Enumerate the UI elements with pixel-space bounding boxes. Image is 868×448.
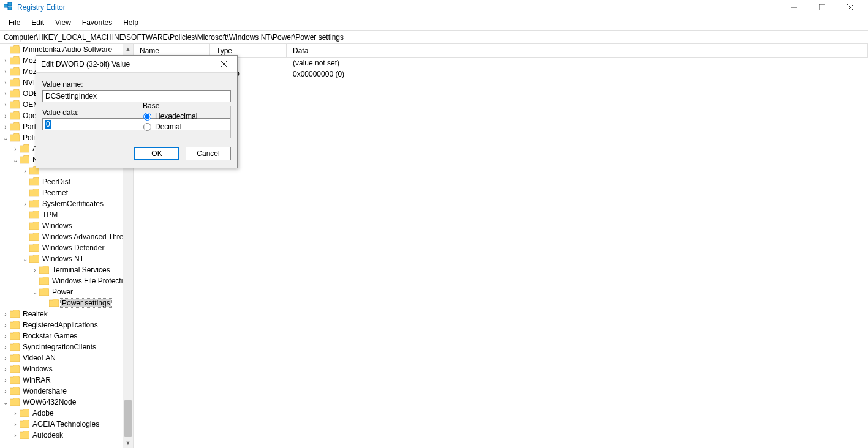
tree-item[interactable]: Minnetonka Audio Software xyxy=(0,44,133,55)
chevron-right-icon[interactable]: › xyxy=(1,69,10,75)
chevron-down-icon[interactable]: ⌄ xyxy=(21,256,29,263)
chevron-right-icon[interactable]: › xyxy=(1,355,10,362)
menu-help[interactable]: Help xyxy=(118,17,143,28)
chevron-right-icon[interactable]: › xyxy=(1,377,10,384)
folder-icon xyxy=(10,376,20,384)
titlebar: Registry Editor xyxy=(0,0,868,15)
folder-icon xyxy=(10,78,20,87)
scroll-down-arrow-icon[interactable]: ▼ xyxy=(123,438,133,448)
menubar: File Edit View Favorites Help xyxy=(0,15,868,31)
list-row[interactable]: WORD 0x00000000 (0) xyxy=(134,69,868,80)
dialog-titlebar[interactable]: Edit DWORD (32-bit) Value xyxy=(36,56,237,73)
chevron-right-icon[interactable]: › xyxy=(21,201,29,207)
menu-favorites[interactable]: Favorites xyxy=(77,17,117,28)
scroll-thumb[interactable] xyxy=(124,400,132,437)
tree-item[interactable]: ›Realtek xyxy=(0,308,133,319)
chevron-down-icon[interactable]: ⌄ xyxy=(1,399,10,406)
tree-item[interactable]: ›VideoLAN xyxy=(0,353,133,364)
tree-item[interactable]: Power settings xyxy=(0,297,133,308)
tree-item[interactable]: TPM xyxy=(0,209,133,220)
tree-item[interactable]: Peernet xyxy=(0,187,133,198)
chevron-right-icon[interactable]: › xyxy=(1,113,10,119)
close-window-button[interactable] xyxy=(836,0,864,15)
radio-hex-input[interactable] xyxy=(143,113,151,121)
tree-item[interactable]: ⌄Power xyxy=(0,286,133,297)
folder-icon xyxy=(10,332,20,340)
tree-item[interactable]: PeerDist xyxy=(0,176,133,187)
chevron-right-icon[interactable]: › xyxy=(1,344,10,351)
chevron-right-icon[interactable]: › xyxy=(1,58,10,64)
folder-icon xyxy=(39,266,49,274)
tree-item[interactable]: Windows Advanced Thre xyxy=(0,231,133,242)
chevron-right-icon[interactable]: › xyxy=(1,311,10,318)
value-name-input[interactable] xyxy=(42,90,231,102)
tree-item-label: VideoLAN xyxy=(21,354,57,362)
list-row-data: 0x00000000 (0) xyxy=(287,70,868,78)
tree-item-label: Rockstar Games xyxy=(21,332,78,340)
chevron-right-icon[interactable]: › xyxy=(1,80,10,86)
chevron-down-icon[interactable]: ⌄ xyxy=(1,135,10,141)
scroll-up-arrow-icon[interactable]: ▲ xyxy=(123,44,133,54)
dialog-close-button[interactable] xyxy=(215,57,232,72)
ok-button[interactable]: OK xyxy=(134,147,179,160)
chevron-right-icon[interactable]: › xyxy=(11,432,20,439)
tree-item[interactable]: ›Wondershare xyxy=(0,386,133,397)
radio-dec[interactable]: Decimal xyxy=(143,122,224,131)
tree-item-label: WOW6432Node xyxy=(21,398,77,406)
tree-item[interactable]: ›Autodesk xyxy=(0,430,133,441)
folder-icon xyxy=(10,100,20,109)
chevron-right-icon[interactable]: › xyxy=(11,410,20,417)
folder-icon xyxy=(10,354,20,362)
chevron-down-icon[interactable]: ⌄ xyxy=(31,289,39,296)
svg-rect-1 xyxy=(8,2,12,6)
tree-item[interactable]: Windows File Protecti xyxy=(0,275,133,286)
chevron-right-icon[interactable]: › xyxy=(1,322,10,329)
tree-item[interactable]: ›AGEIA Technologies xyxy=(0,419,133,430)
chevron-right-icon[interactable]: › xyxy=(1,91,10,97)
menu-view[interactable]: View xyxy=(50,17,76,28)
folder-icon xyxy=(20,409,29,417)
chevron-right-icon[interactable]: › xyxy=(1,333,10,340)
tree-item[interactable]: ›SystemCertificates xyxy=(0,198,133,209)
list-panel[interactable]: Name Type Data (value not set) WORD 0x00… xyxy=(134,44,868,448)
chevron-right-icon[interactable]: › xyxy=(1,388,10,395)
cancel-button[interactable]: Cancel xyxy=(186,147,231,160)
menu-file[interactable]: File xyxy=(4,17,25,28)
radio-dec-input[interactable] xyxy=(143,123,151,131)
chevron-right-icon[interactable]: › xyxy=(21,168,29,174)
tree-item[interactable]: ›RegisteredApplications xyxy=(0,319,133,330)
value-data-input-text: 0 xyxy=(45,120,51,129)
minimize-icon xyxy=(791,4,797,10)
chevron-down-icon[interactable]: ⌄ xyxy=(11,157,20,163)
tree-item[interactable]: ⌄WOW6432Node xyxy=(0,397,133,408)
col-data[interactable]: Data xyxy=(287,44,868,57)
menu-edit[interactable]: Edit xyxy=(26,17,49,28)
list-row[interactable]: (value not set) xyxy=(134,58,868,69)
radio-dec-label: Decimal xyxy=(155,122,181,131)
folder-icon xyxy=(10,321,20,329)
chevron-right-icon[interactable]: › xyxy=(1,124,10,130)
tree-item[interactable]: ›Rockstar Games xyxy=(0,330,133,342)
tree-item[interactable]: ›Terminal Services xyxy=(0,264,133,275)
tree-item-label: Windows xyxy=(41,222,74,230)
chevron-right-icon[interactable]: › xyxy=(1,102,10,108)
radio-hex[interactable]: Hexadecimal xyxy=(143,112,224,121)
tree-item-label: Power xyxy=(51,288,74,296)
tree-item-label: Windows NT xyxy=(41,255,85,263)
chevron-right-icon[interactable]: › xyxy=(11,146,20,152)
tree-item[interactable]: ›Windows xyxy=(0,364,133,375)
chevron-right-icon[interactable]: › xyxy=(1,366,10,373)
tree-item[interactable]: Windows Defender xyxy=(0,242,133,253)
tree-item[interactable]: ›WinRAR xyxy=(0,375,133,386)
tree-item[interactable]: ⌄Windows NT xyxy=(0,253,133,264)
minimize-button[interactable] xyxy=(780,0,808,15)
address-bar[interactable]: Computer\HKEY_LOCAL_MACHINE\SOFTWARE\Pol… xyxy=(0,31,868,44)
chevron-right-icon[interactable]: › xyxy=(11,421,20,428)
tree-item[interactable]: Windows xyxy=(0,220,133,231)
tree-item[interactable]: ›Adobe xyxy=(0,408,133,419)
tree-item-label: RegisteredApplications xyxy=(21,321,99,329)
maximize-button[interactable] xyxy=(808,0,836,15)
chevron-right-icon[interactable]: › xyxy=(31,267,39,274)
folder-icon xyxy=(20,420,29,428)
tree-item[interactable]: ›SyncIntegrationClients xyxy=(0,342,133,353)
